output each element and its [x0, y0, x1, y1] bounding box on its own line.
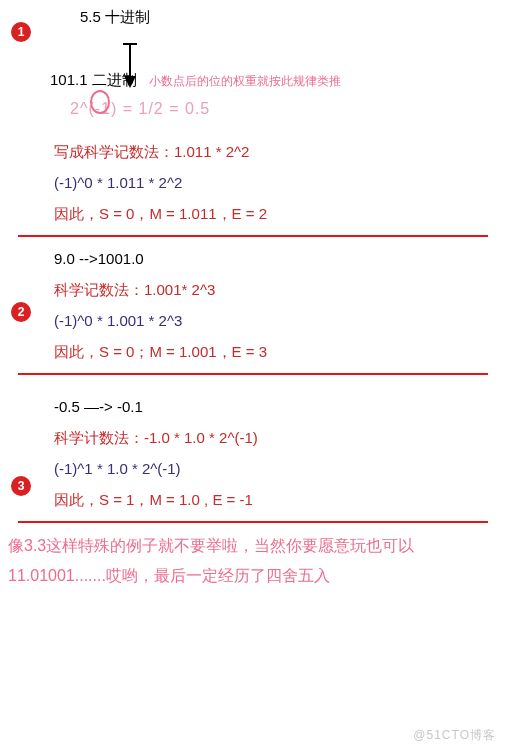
- circle-highlight-icon: [89, 90, 111, 114]
- sec2-conversion: 9.0 -->1001.0: [54, 245, 506, 272]
- sec1-negone: (-1)^0 * 1.011 * 2^2: [54, 169, 506, 196]
- footer-note: 像3.3这样特殊的例子就不要举啦，当然你要愿意玩也可以 11.01001....…: [8, 531, 498, 592]
- sec2-scientific: 科学记数法：1.001* 2^3: [54, 276, 506, 303]
- sec3-conversion: -0.5 —-> -0.1: [54, 393, 506, 420]
- separator-2: [18, 373, 488, 375]
- binary-circled-digit: 1: [79, 71, 87, 88]
- binary-before: 101.: [50, 71, 79, 88]
- power-equation: 2^(-1) = 1/2 = 0.5: [70, 100, 506, 118]
- separator-1: [18, 235, 488, 237]
- binary-after: 二进制: [88, 71, 137, 88]
- watermark: @51CTO博客: [413, 727, 496, 744]
- sec2-negone: (-1)^0 * 1.001 * 2^3: [54, 307, 506, 334]
- sec3-negone: (-1)^1 * 1.0 * 2^(-1): [54, 455, 506, 482]
- decimal-value: 5.5 十进制: [80, 8, 506, 27]
- content-area: 5.5 十进制 101.1 二进制 小数点后的位的权重就按此规律类推 2^(-1…: [0, 8, 506, 592]
- sec3-scientific: 科学计数法：-1.0 * 1.0 * 2^(-1): [54, 424, 506, 451]
- note-line-1: 像3.3这样特殊的例子就不要举啦，当然你要愿意玩也可以: [8, 531, 498, 561]
- sec1-result: 因此，S = 0，M = 1.011，E = 2: [54, 200, 506, 227]
- sec2-result: 因此，S = 0；M = 1.001，E = 3: [54, 338, 506, 365]
- note-line-2: 11.01001.......哎哟，最后一定经历了四舍五入: [8, 561, 498, 591]
- sec1-scientific: 写成科学记数法：1.011 * 2^2: [54, 138, 506, 165]
- sec3-result: 因此，S = 1，M = 1.0 , E = -1: [54, 486, 506, 513]
- svg-point-3: [91, 91, 109, 113]
- binary-row: 101.1 二进制 小数点后的位的权重就按此规律类推: [50, 71, 506, 90]
- weight-annotation: 小数点后的位的权重就按此规律类推: [149, 74, 341, 88]
- separator-3: [18, 521, 488, 523]
